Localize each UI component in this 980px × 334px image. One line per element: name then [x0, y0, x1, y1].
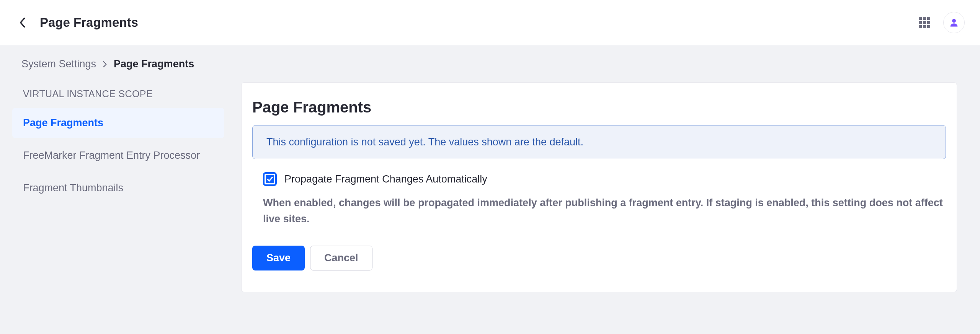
columns: VIRTUAL INSTANCE SCOPE Page Fragments Fr…	[0, 79, 980, 292]
setting-row: Propagate Fragment Changes Automatically	[252, 172, 946, 186]
breadcrumb: System Settings Page Fragments	[0, 45, 980, 79]
sidebar-scope-heading: VIRTUAL INSTANCE SCOPE	[12, 88, 224, 108]
main-panel: Page Fragments This configuration is not…	[241, 82, 957, 292]
below-header: System Settings Page Fragments VIRTUAL I…	[0, 45, 980, 334]
breadcrumb-current: Page Fragments	[114, 58, 194, 70]
content-wrap: System Settings Page Fragments VIRTUAL I…	[0, 45, 980, 334]
apps-grid-icon	[919, 17, 930, 28]
apps-menu-button[interactable]	[919, 17, 930, 28]
topbar-left: Page Fragments	[18, 15, 138, 30]
chevron-left-icon	[19, 17, 26, 28]
top-bar: Page Fragments	[0, 0, 980, 45]
page-title: Page Fragments	[40, 15, 138, 30]
propagate-description: When enabled, changes will be propagated…	[252, 195, 946, 227]
sidebar-item-fragment-thumbnails[interactable]: Fragment Thumbnails	[12, 173, 224, 203]
actions-row: Save Cancel	[252, 246, 946, 270]
check-icon	[266, 175, 274, 183]
user-avatar-button[interactable]	[943, 12, 965, 33]
sidebar-item-page-fragments[interactable]: Page Fragments	[12, 108, 224, 138]
back-button[interactable]	[18, 19, 26, 26]
chevron-right-icon	[103, 58, 107, 70]
user-icon	[949, 17, 959, 28]
propagate-label: Propagate Fragment Changes Automatically	[284, 173, 487, 185]
cancel-button[interactable]: Cancel	[310, 246, 372, 270]
topbar-right	[919, 12, 965, 33]
svg-point-0	[952, 19, 956, 23]
save-button[interactable]: Save	[252, 246, 305, 270]
sidebar: VIRTUAL INSTANCE SCOPE Page Fragments Fr…	[0, 79, 241, 205]
info-alert: This configuration is not saved yet. The…	[252, 125, 946, 159]
sidebar-item-freemarker[interactable]: FreeMarker Fragment Entry Processor	[12, 140, 224, 171]
propagate-checkbox[interactable]	[263, 172, 277, 186]
breadcrumb-root-link[interactable]: System Settings	[21, 58, 96, 70]
panel-title: Page Fragments	[252, 99, 946, 116]
